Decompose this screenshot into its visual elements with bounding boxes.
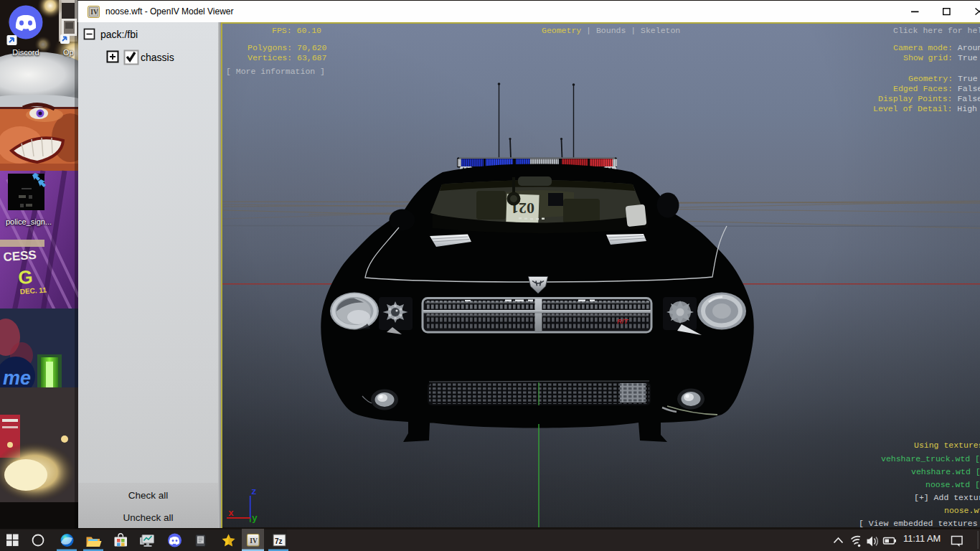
svg-text:x: x	[228, 508, 234, 519]
svg-text:IV: IV	[90, 9, 98, 16]
svg-text:G: G	[17, 266, 33, 288]
svg-text:z: z	[251, 486, 257, 497]
svg-text:R/T: R/T	[617, 317, 629, 325]
svg-text:IV: IV	[250, 537, 258, 545]
svg-text:y: y	[252, 513, 258, 524]
svg-text:CESS: CESS	[3, 248, 37, 264]
svg-text:me: me	[3, 367, 31, 389]
svg-text:7z: 7z	[275, 537, 283, 545]
